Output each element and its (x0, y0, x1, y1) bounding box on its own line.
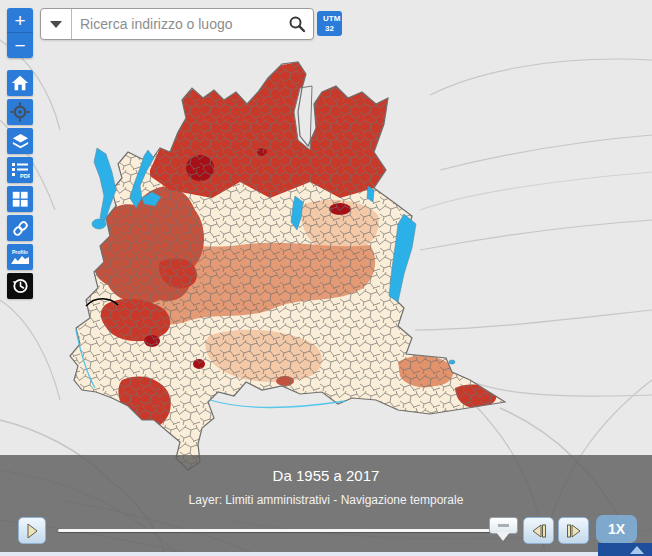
thumb-grip-icon (498, 524, 509, 527)
zoom-out-button[interactable]: − (7, 33, 33, 58)
locate-button[interactable] (7, 99, 33, 125)
time-panel: Da 1955 a 2017 Layer: Limiti amministrat… (0, 455, 652, 556)
grid-icon (11, 190, 29, 208)
time-slider-thumb[interactable] (489, 517, 518, 534)
share-link-button[interactable] (7, 215, 33, 241)
search-button[interactable] (280, 9, 313, 39)
step-back-icon (530, 524, 548, 538)
profile-icon: Profilo (9, 247, 31, 267)
chevron-up-icon (630, 546, 644, 554)
time-navigation-button[interactable] (7, 273, 33, 299)
time-range-title: Da 1955 a 2017 (0, 467, 652, 484)
time-slider-track[interactable] (58, 529, 508, 532)
search-bar (40, 8, 314, 40)
search-input[interactable] (72, 9, 280, 39)
profile-button[interactable]: Profilo (7, 244, 33, 270)
step-back-button[interactable] (523, 517, 554, 544)
legend-pdf-button[interactable]: PDF (7, 157, 33, 183)
layers-icon (11, 132, 30, 151)
playback-speed-button[interactable]: 1X (596, 515, 637, 543)
step-forward-button[interactable] (558, 517, 589, 544)
home-button[interactable] (7, 70, 33, 96)
zoom-in-button[interactable]: + (7, 8, 33, 33)
search-icon (288, 15, 306, 33)
play-button[interactable] (18, 517, 46, 544)
bottom-strip (0, 552, 652, 556)
lake-varese (92, 219, 106, 229)
lake-mantova (449, 360, 455, 364)
search-type-dropdown[interactable] (41, 9, 71, 39)
chevron-down-icon (50, 21, 62, 28)
utm-badge-line2: 32 (323, 24, 336, 34)
home-icon (11, 74, 29, 92)
history-clock-icon (10, 276, 30, 296)
utm-badge-line1: UTM (323, 14, 336, 24)
locate-icon (10, 102, 30, 122)
zoom-control: + − (7, 8, 33, 58)
step-forward-icon (565, 524, 583, 538)
svg-text:Profilo: Profilo (12, 249, 28, 255)
utm-zone-badge[interactable]: UTM 32 (317, 11, 342, 36)
svg-text:PDF: PDF (20, 173, 30, 179)
legend-pdf-icon: PDF (10, 160, 30, 180)
expand-panel-tab[interactable] (598, 543, 652, 556)
layers-button[interactable] (7, 128, 33, 154)
play-icon (24, 522, 40, 540)
basemap-grid-button[interactable] (7, 186, 33, 212)
link-icon (11, 219, 30, 238)
time-layer-subtitle: Layer: Limiti amministrativi - Navigazio… (0, 493, 652, 507)
